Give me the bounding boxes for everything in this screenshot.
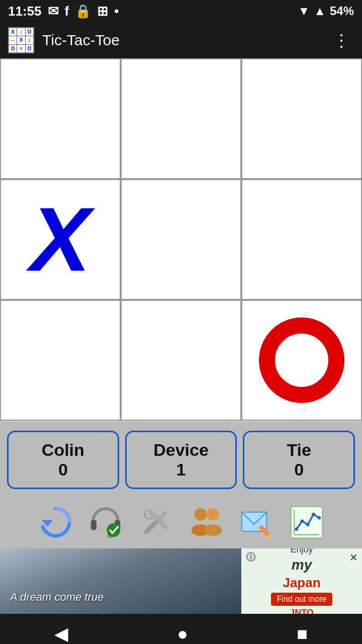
- ad-background: [0, 548, 241, 614]
- score-device-value: 1: [176, 460, 186, 479]
- score-box-colin: Colin 0: [7, 431, 119, 489]
- score-tie-label: Tie: [287, 440, 311, 460]
- status-right: ▼ ▲ 54%: [298, 4, 354, 18]
- score-box-device: Device 1: [125, 431, 237, 489]
- lock-icon: 🔒: [75, 4, 91, 19]
- cell-0[interactable]: [0, 58, 121, 179]
- signal-icon: ▲: [314, 4, 326, 18]
- svg-point-22: [312, 513, 315, 516]
- app-bar: X | O — X | O X O Tic-Tac-Toe ⋮: [0, 22, 362, 58]
- cell-2[interactable]: [241, 58, 362, 179]
- svg-point-21: [306, 523, 310, 526]
- ad-my-text: my: [292, 557, 312, 573]
- score-device-label: Device: [153, 440, 209, 460]
- ad-image: A dream come true: [0, 548, 241, 614]
- back-button[interactable]: ◀: [42, 619, 80, 644]
- users-icon[interactable]: [188, 504, 224, 540]
- svg-rect-16: [291, 507, 323, 538]
- settings-icon[interactable]: [138, 504, 174, 540]
- score-tie-value: 0: [294, 460, 304, 479]
- svg-point-19: [295, 527, 298, 531]
- cell-5[interactable]: [241, 179, 362, 300]
- app-logo: X | O — X | O X O: [8, 27, 34, 53]
- ad-find-button[interactable]: Find out more: [271, 593, 333, 606]
- toolbar: [0, 498, 362, 548]
- status-bar: 11:55 ✉ f 🔒 ⊞ • ▼ ▲ 54%: [0, 0, 362, 22]
- x-mark: X: [30, 194, 90, 285]
- svg-rect-1: [91, 520, 97, 530]
- svg-point-20: [301, 519, 304, 523]
- ad-left-text: A dream come true: [10, 591, 104, 604]
- status-time: 11:55: [8, 4, 42, 19]
- more-button[interactable]: ⋮: [329, 28, 354, 52]
- score-section: Colin 0 Device 1 Tie 0: [0, 422, 362, 498]
- home-button[interactable]: ●: [165, 619, 200, 644]
- svg-point-23: [317, 516, 321, 520]
- dot-icon: •: [114, 4, 119, 19]
- audio-icon[interactable]: [87, 504, 124, 540]
- game-board: X: [0, 58, 362, 422]
- cell-3[interactable]: X: [0, 179, 121, 300]
- svg-point-9: [194, 508, 207, 521]
- ad-japan-text: Japan: [283, 575, 320, 591]
- ad-right-panel: ⓘ ✕ Enjoy my Japan Find out more JNTO: [241, 548, 362, 614]
- refresh-icon[interactable]: [37, 504, 73, 540]
- recent-button[interactable]: ■: [285, 619, 320, 644]
- chart-icon[interactable]: [289, 504, 325, 540]
- score-colin-value: 0: [58, 460, 68, 479]
- battery-text: 54%: [330, 4, 354, 18]
- facebook-icon: f: [65, 4, 69, 19]
- cell-1[interactable]: [121, 58, 241, 179]
- cell-7[interactable]: [121, 300, 241, 421]
- svg-point-12: [204, 525, 222, 536]
- status-left: 11:55 ✉ f 🔒 ⊞ •: [8, 4, 119, 19]
- wifi-icon: ▼: [298, 4, 310, 18]
- ad-info-icon[interactable]: ⓘ: [245, 551, 256, 562]
- ad-close-button[interactable]: ✕: [349, 551, 358, 564]
- cell-8[interactable]: [241, 300, 362, 421]
- mail-icon[interactable]: [238, 504, 275, 540]
- nav-bar: ◀ ● ■: [0, 614, 362, 644]
- svg-point-11: [207, 508, 219, 521]
- app-title: Tic-Tac-Toe: [42, 32, 321, 49]
- ad-enjoy-text: Enjoy: [290, 548, 313, 555]
- cell-6[interactable]: [0, 300, 121, 421]
- svg-point-4: [107, 523, 120, 537]
- ad-org-text: JNTO: [290, 608, 314, 614]
- score-colin-label: Colin: [42, 440, 84, 460]
- o-mark: [259, 317, 344, 403]
- cast-icon: ⊞: [97, 4, 108, 19]
- gmail-icon: ✉: [48, 4, 59, 19]
- score-box-tie: Tie 0: [243, 431, 355, 489]
- ad-banner[interactable]: A dream come true ⓘ ✕ Enjoy my Japan Fin…: [0, 548, 362, 614]
- cell-4[interactable]: [121, 179, 241, 300]
